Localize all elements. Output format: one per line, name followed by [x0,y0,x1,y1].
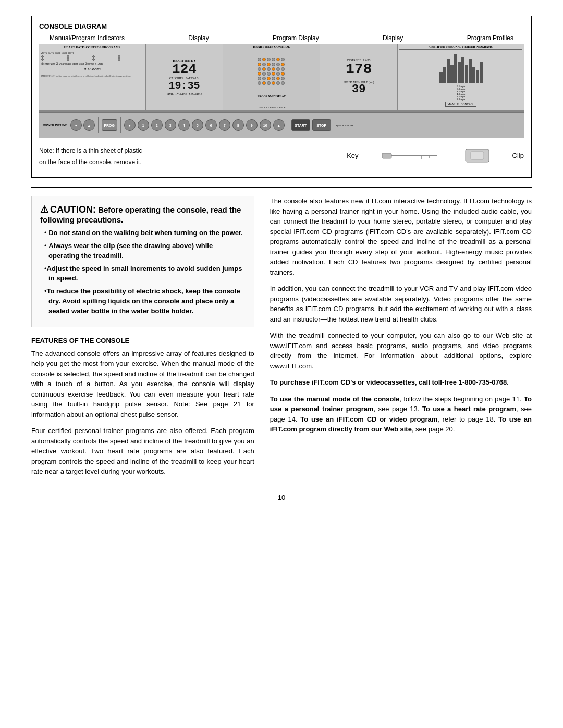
speed-up-btn[interactable] [273,119,285,131]
dm-dot [281,77,285,80]
features-paragraph-1: The advanced console offers an impressiv… [31,349,254,420]
profile-bar [447,59,450,83]
time-display: 19:35 [168,80,200,92]
ifit-logo: iFIT.com [41,67,143,71]
power-incline-label: POWER INCLINE [43,124,67,127]
num-btn-4[interactable]: 4 [178,119,190,131]
console-top-area: HEART RATE↓CONTROL PROGRAMS 25%50%65%75%… [39,44,524,112]
num-btn-8[interactable]: 8 [232,119,244,131]
dm-dot [276,81,280,85]
indicator-dot [118,58,120,61]
num-btn-2[interactable]: 2 [151,119,163,131]
warning-triangle-icon: ⚠ [40,204,48,215]
console-diagram-section: CONSOLE DIAGRAM Manual/Program Indicator… [31,16,532,178]
caution-bullet-3: •Adjust the speed in small increments to… [44,264,246,284]
profile-bar [480,62,483,83]
dm-dot [267,77,271,80]
caution-bullet-1: • Do not stand on the walking belt when … [44,228,246,238]
dm-dot [281,72,285,76]
important-note: IMPORTANT: Incline must be set at lowest… [41,75,143,77]
btn-divider [288,117,288,133]
dm-dot [272,72,275,76]
start-btn[interactable]: START [291,119,310,131]
caution-word: CAUTION: [50,204,96,215]
dm-dot [258,58,261,61]
num-btn-9[interactable]: 9 [246,119,258,131]
segtime-label: SEG.TIME [189,92,202,95]
num-btn-7[interactable]: 7 [219,119,230,131]
console-buttons-row: POWER INCLINE PROG 1 2 3 4 5 6 7 8 9 10 [39,112,524,138]
dm-dot [272,67,275,71]
manual-program-indicators: HEART RATE↓CONTROL PROGRAMS 25%50%65%75%… [39,44,146,110]
hr-control-title: HEART RATE↓CONTROL PROGRAMS [41,46,143,50]
caution-bullet-4: •To reduce the possibility of electric s… [44,287,246,316]
profile-bars [439,52,483,83]
manual-mode-bold: To use the manual mode of the console [270,395,399,403]
speed-down-btn[interactable] [124,119,136,131]
key-label: Key [347,152,358,159]
program-display-sub-label: PROGRAM DISPLAY [258,95,286,98]
indicator-dot [92,58,95,61]
clip-label: Clip [512,152,524,159]
distance-number: 178 [346,62,372,77]
indicator-dot [92,55,95,58]
dm-dot [276,58,280,61]
profile-bar [476,70,479,83]
dm-dot [258,81,261,85]
dm-dot [276,63,280,66]
dm-dot [262,72,266,76]
dm-dot [272,63,275,66]
program-btn[interactable]: PROG [102,119,117,131]
right-column: The console also features new iFIT.com i… [270,196,532,441]
svg-rect-5 [471,152,484,159]
section-divider [31,187,532,188]
profile-bar [458,62,461,83]
features-paragraph-2: Four certified personal trainer programs… [31,426,254,477]
right-para-5: To use the manual mode of the console, f… [270,394,532,435]
key-clip-row: Key Clip [347,146,524,165]
stop-btn[interactable]: STOP [312,119,331,131]
speed-number: 39 [352,84,365,95]
display2-label: Display [383,34,403,42]
num-btn-10[interactable]: 10 [260,119,271,131]
distance-speed-display: DISTANCE LAPS 178 SPEED MIN / MILE (km) … [320,44,398,110]
dm-dot [276,67,280,71]
dm-dot [281,63,285,66]
program-display-label: Program Display [273,34,319,42]
right-para-3: With the treadmill connected to your com… [270,330,532,371]
console-diagram-visual: HEART RATE↓CONTROL PROGRAMS 25%50%65%75%… [39,44,524,138]
num-btn-3[interactable]: 3 [165,119,176,131]
profile-bar [465,65,468,83]
dm-dot [267,63,271,66]
profile-bar [461,57,464,83]
dm-dot [267,81,271,85]
num-btn-1[interactable]: 1 [138,119,149,131]
dm-dot [281,58,285,61]
right-para-1: The console also features new iFIT.com i… [270,196,532,277]
dm-dot [272,58,275,61]
page: CONSOLE DIAGRAM Manual/Program Indicator… [0,0,563,728]
profile-bar [450,65,454,83]
incline-up-btn[interactable] [83,119,95,131]
dm-dot [276,72,280,76]
right-para-4: To purchase iFIT.com CD's or videocasset… [270,377,532,388]
dm-dot [281,81,285,85]
program-display-center: HEART RATE CONTROL [223,44,320,110]
speed-range: 5.5 mph5.0 mph4.5 mph4.0 mph3.5 mph3.0 m… [457,85,465,101]
dm-dot [262,67,266,71]
btn-divider [98,117,99,133]
right-para-2: In addition, you can connect the treadmi… [270,283,532,324]
dm-dot [272,77,275,80]
svg-rect-0 [382,153,391,158]
dm-dot [258,63,261,66]
profile-bar [439,72,443,83]
profile-bar [443,67,446,83]
indicator-dot [41,55,44,58]
num-btn-6[interactable]: 6 [205,119,217,131]
dm-dot [258,67,261,71]
incline-down-btn[interactable] [70,119,82,131]
dm-dot [262,63,266,66]
indicator-dot [41,58,44,61]
num-btn-5[interactable]: 5 [192,119,203,131]
caution-bullet-2: • Always wear the clip (see the drawing … [44,241,246,261]
